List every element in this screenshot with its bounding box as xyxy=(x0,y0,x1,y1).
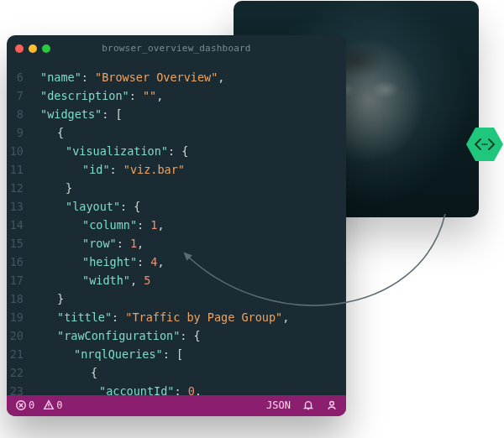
svg-point-9 xyxy=(486,143,487,145)
line-number: 8 xyxy=(7,105,32,123)
code-token: "id" xyxy=(82,163,110,176)
warning-count: 0 xyxy=(56,399,62,411)
code-token: : xyxy=(110,163,123,176)
code-line[interactable]: 22{ xyxy=(7,363,346,382)
code-token: : xyxy=(137,255,150,269)
code-line[interactable]: 7"description": "", xyxy=(7,86,346,105)
line-number: 7 xyxy=(7,86,32,105)
code-token: "description" xyxy=(40,89,129,102)
code-line[interactable]: 11"id": "viz.bar" xyxy=(7,160,346,179)
code-token: { xyxy=(57,126,64,139)
code-token: "width" xyxy=(82,274,130,287)
code-token: , xyxy=(282,310,289,324)
error-count: 0 xyxy=(29,399,34,411)
zoom-icon[interactable] xyxy=(42,44,50,53)
line-number: 18 xyxy=(7,289,32,308)
svg-point-5 xyxy=(330,402,334,406)
code-line[interactable]: 18} xyxy=(7,289,346,308)
line-number: 17 xyxy=(7,271,32,289)
code-token: "tittle" xyxy=(57,310,112,324)
window-title: browser_overview_dashboard xyxy=(7,43,346,54)
code-token: , xyxy=(137,237,144,250)
account-icon[interactable] xyxy=(326,399,338,411)
code-token: : xyxy=(174,384,187,395)
code-token: : { xyxy=(180,329,200,342)
code-token: , xyxy=(156,89,163,102)
code-token: } xyxy=(57,292,64,305)
code-line[interactable]: 19"tittle": "Traffic by Page Group", xyxy=(7,308,346,326)
line-number: 20 xyxy=(7,326,32,345)
code-line[interactable]: 12} xyxy=(7,179,346,197)
code-line[interactable]: 16"height": 4, xyxy=(7,253,346,271)
code-line[interactable]: 13"layout": { xyxy=(7,197,346,216)
code-token: "Traffic by Page Group" xyxy=(125,310,282,324)
code-hex-badge[interactable] xyxy=(466,128,503,161)
window-titlebar: browser_overview_dashboard xyxy=(7,35,346,61)
code-line[interactable]: 8"widgets": [ xyxy=(7,105,346,123)
line-number: 23 xyxy=(7,382,32,395)
code-line[interactable]: 20"rawConfiguration": { xyxy=(7,326,346,345)
code-token: "viz.bar" xyxy=(123,163,185,176)
code-token: , xyxy=(157,255,164,269)
status-bar: 0 0 JSON xyxy=(7,395,346,416)
code-line[interactable]: 10"visualization": { xyxy=(7,142,346,160)
svg-point-4 xyxy=(49,408,50,409)
code-area[interactable]: 6"name": "Browser Overview",7"descriptio… xyxy=(7,61,346,395)
notifications-icon[interactable] xyxy=(302,399,314,411)
close-icon[interactable] xyxy=(15,44,24,53)
code-token: , xyxy=(157,218,164,232)
code-line[interactable]: 21"nrqlQueries": [ xyxy=(7,345,346,363)
svg-point-7 xyxy=(481,143,483,145)
code-token: "name" xyxy=(40,70,81,84)
code-token: : xyxy=(117,237,130,250)
code-token: } xyxy=(66,181,72,195)
code-token: : { xyxy=(120,200,140,213)
line-number: 6 xyxy=(7,68,32,86)
code-line[interactable]: 9{ xyxy=(7,123,346,142)
warning-icon[interactable] xyxy=(43,399,55,411)
code-token: "rawConfiguration" xyxy=(57,329,180,342)
line-number: 22 xyxy=(7,363,32,382)
code-token: "accountId" xyxy=(99,384,174,395)
line-number: 12 xyxy=(7,179,32,197)
error-icon[interactable] xyxy=(15,399,27,411)
code-token: , xyxy=(218,70,224,84)
code-token: 1 xyxy=(130,237,137,250)
code-token: { xyxy=(91,366,97,379)
code-token: "height" xyxy=(82,255,137,269)
code-token: "layout" xyxy=(66,200,120,213)
line-number: 16 xyxy=(7,253,32,271)
code-token: "Browser Overview" xyxy=(95,70,218,84)
code-line[interactable]: 6"name": "Browser Overview", xyxy=(7,68,346,86)
code-token: "" xyxy=(143,89,156,102)
line-number: 19 xyxy=(7,308,32,326)
code-line[interactable]: 14"column": 1, xyxy=(7,216,346,234)
minimize-icon[interactable] xyxy=(29,44,37,53)
code-token: , xyxy=(195,384,202,395)
code-token: : xyxy=(81,70,95,84)
code-token: : [ xyxy=(102,107,122,121)
svg-point-8 xyxy=(484,143,486,145)
code-line[interactable]: 15"row": 1, xyxy=(7,234,346,253)
code-token: : [ xyxy=(163,347,183,361)
code-token: "nrqlQueries" xyxy=(74,347,163,361)
code-token: 0 xyxy=(188,384,195,395)
code-line[interactable]: 17"width", 5 xyxy=(7,271,346,289)
language-mode[interactable]: JSON xyxy=(266,399,291,411)
code-line[interactable]: 23"accountId": 0, xyxy=(7,382,346,395)
code-token: , xyxy=(130,274,144,287)
line-number: 14 xyxy=(7,216,32,234)
code-token: "visualization" xyxy=(66,144,168,158)
code-token: : xyxy=(129,89,143,102)
code-token: 5 xyxy=(144,274,150,287)
line-number: 10 xyxy=(7,142,32,160)
line-number: 13 xyxy=(7,197,32,216)
code-editor-window: browser_overview_dashboard 6"name": "Bro… xyxy=(7,35,346,416)
code-token: "widgets" xyxy=(40,107,102,121)
line-number: 21 xyxy=(7,345,32,363)
line-number: 9 xyxy=(7,123,32,142)
code-token: : { xyxy=(168,144,188,158)
code-token: : xyxy=(112,310,125,324)
line-number: 15 xyxy=(7,234,32,253)
code-token: "row" xyxy=(82,237,117,250)
